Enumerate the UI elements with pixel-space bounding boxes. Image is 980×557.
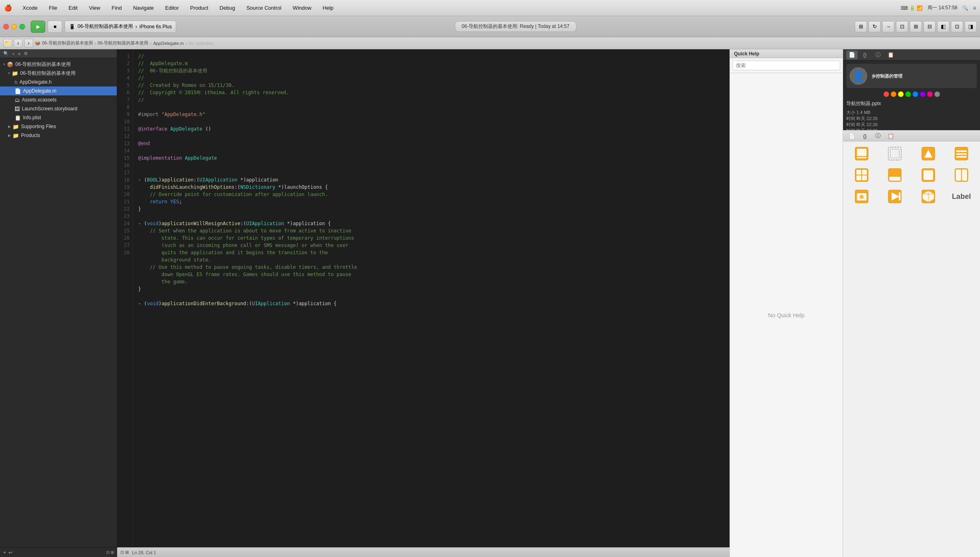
quick-help-title: Quick Help [734,51,759,57]
sidebar-filter-icon[interactable]: ≡ [18,51,20,56]
minimize-button[interactable] [11,24,17,30]
obj-view-controller[interactable] [845,144,878,165]
user-avatar: 👤 [850,67,867,85]
svg-rect-12 [856,170,861,175]
dot-blue [913,91,918,97]
tree-item-group[interactable]: ▾ 📁 06-导航控制器的基本使用 [0,69,117,78]
svg-rect-2 [857,157,866,158]
cube-icon [921,189,936,204]
code-text[interactable]: // // AppDelegate.m // 06-导航控制器的基本使用 // … [133,49,730,547]
obj-storyboard-ref[interactable] [879,144,911,165]
menu-xcode[interactable]: Xcode [20,4,40,12]
add-file-btn[interactable]: + [3,550,6,555]
menu-source-control[interactable]: Source Control [244,4,284,12]
tree-item-launchscreen[interactable]: 🖼 LaunchScreen.storyboard [0,104,117,113]
color-dots [846,91,977,97]
menu-debug[interactable]: Debug [217,4,238,12]
navigator-pane[interactable]: ◧ [937,21,949,32]
sidebar-search-icon[interactable]: 🔍 [3,51,9,56]
sidebar-add-icon[interactable]: + [12,51,15,56]
quick-help-search-input[interactable] [732,61,840,70]
obj-tab-bar[interactable] [879,165,911,186]
menu-help[interactable]: Help [320,4,336,12]
tree-item-products[interactable]: ▶ 📁 Products [0,131,117,140]
obj-page[interactable] [912,165,944,186]
menu-find[interactable]: Find [109,4,124,12]
breadcrumb-1[interactable]: 06-导航控制器的基本使用 [42,40,93,46]
svg-rect-20 [925,178,932,179]
run-button[interactable]: ▶ [31,21,45,33]
sidebar-status: ⊡ ⊞ [106,550,114,555]
editor-version[interactable]: ⊟ [923,21,936,32]
quick-help-search-area [730,58,843,73]
stop-button[interactable]: ■ [48,21,62,33]
menu-product[interactable]: Product [188,4,211,12]
utilities-tab-identity[interactable]: ⓘ [872,51,883,59]
editor-status-bar: ⊡ ⊞ Ln 28, Col 1 [117,547,730,557]
tree-item-appdelegate-h[interactable]: h AppDelegate.h [0,78,117,87]
obj-camera[interactable] [845,187,878,207]
lib-tab-file[interactable]: 📄 [846,131,858,140]
obj-label[interactable]: Label [945,187,978,207]
camera-icon [854,189,869,204]
utilities-pane[interactable]: ◨ [965,21,977,32]
menu-search-icon[interactable]: 🔍 [962,5,968,11]
lib-tab-code[interactable]: {} [859,131,871,140]
apple-logo[interactable]: 🍎 [4,4,12,12]
code-editor[interactable]: 12345 678910 1112131415 1617181920 21222… [117,49,730,557]
lib-tab-media[interactable]: 📋 [885,131,896,140]
obj-play[interactable] [879,187,911,207]
breadcrumb-3[interactable]: AppDelegate.m [153,41,184,46]
tree-item-assets[interactable]: 🗂 Assets.xcassets [0,95,117,104]
editor-section: 12345 678910 1112131415 1617181920 21222… [117,49,843,557]
obj-table-controller[interactable] [945,144,978,165]
obj-split[interactable] [945,165,978,186]
tree-item-appdelegate-m[interactable]: 📄 AppDelegate.m [0,87,117,95]
dot-orange [891,91,896,97]
menu-bar-right: ⌨ 🔋 📶 周一 14:57:58 🔍 ≡ [901,4,976,11]
obj-nav-controller[interactable] [912,144,944,165]
close-button[interactable] [3,24,9,30]
menu-navigate[interactable]: Navigate [130,4,156,12]
editor-standard[interactable]: ⊡ [896,21,908,32]
menu-file[interactable]: File [46,4,60,12]
toolbar-right: ⊞ ↻ → ⊡ ⊞ ⊟ ◧ ⊡ ◨ [855,21,977,32]
utilities-content: 👤 乡控制器的管理 [843,61,980,130]
jump-button[interactable]: → [882,21,894,32]
obj-cube[interactable] [912,187,944,207]
folder-icon[interactable]: 📁 [3,39,12,48]
maximize-button[interactable] [19,24,25,30]
utilities-tab-quick-help[interactable]: {} [859,51,871,59]
menu-bar: 🍎 Xcode File Edit View Find Navigate Edi… [0,0,980,16]
utilities-tab-history[interactable]: 📋 [885,51,896,59]
svg-rect-22 [956,169,961,181]
debug-pane[interactable]: ⊡ [951,21,963,32]
menu-editor[interactable]: Editor [163,4,181,12]
storyboard-icon [887,146,902,161]
nav-back[interactable]: ‹ [14,39,23,48]
utilities-tab-file[interactable]: 📄 [846,51,858,59]
navigator-toggle[interactable]: ⊞ [855,21,867,32]
quick-help-no-help: No Quick Help [730,73,843,557]
navigate-back-btn[interactable]: ↩ [8,550,13,555]
menu-list-icon[interactable]: ≡ [973,5,976,11]
menu-edit[interactable]: Edit [66,4,80,12]
breadcrumb-2[interactable]: 06-导航控制器的基本使用 [98,40,149,46]
scheme-selector[interactable]: 📱 06-导航控制器的基本使用 › iPhone 6s Plus [65,21,176,33]
tree-item-root[interactable]: ▾ 📦 06-导航控制器的基本使用 [0,60,117,69]
menu-window[interactable]: Window [290,4,314,12]
time-2: 时间 昨天 22:26 [846,122,977,128]
tree-label: 06-导航控制器的基本使用 [20,70,76,77]
lib-tab-circle[interactable]: ⓘ [872,131,883,140]
collection-icon [854,168,869,182]
nav-forward[interactable]: › [24,39,33,48]
tree-item-supporting[interactable]: ▶ 📁 Supporting Files [0,122,117,131]
menu-view[interactable]: View [86,4,103,12]
refresh-button[interactable]: ↻ [869,21,881,32]
editor-assistant[interactable]: ⊞ [910,21,922,32]
sidebar-settings-icon[interactable]: ⚙ [24,51,28,56]
svg-rect-4 [890,149,899,158]
editor-content: 12345 678910 1112131415 1617181920 21222… [117,49,730,547]
tree-item-infoplist[interactable]: 📋 Info.plist [0,113,117,122]
obj-collection[interactable] [845,165,878,186]
